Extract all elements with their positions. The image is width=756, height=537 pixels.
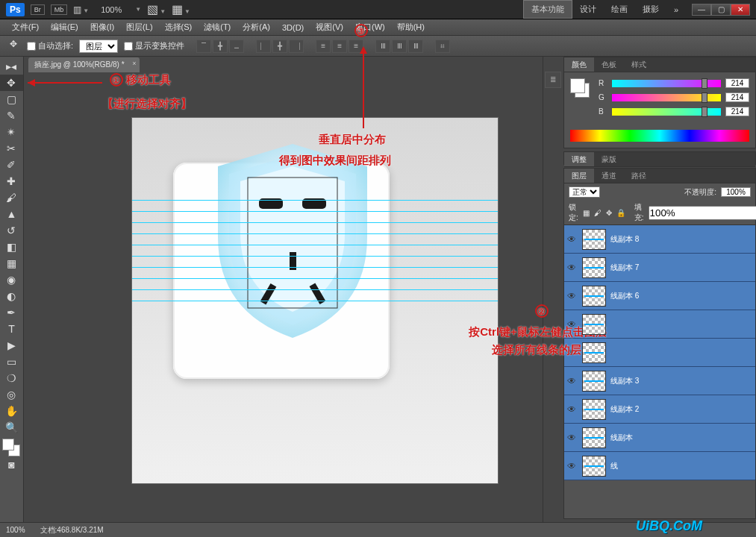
status-zoom[interactable]: 100%: [6, 526, 25, 534]
menu-window[interactable]: 窗口(W): [349, 19, 391, 35]
eye-icon[interactable]: 👁: [567, 234, 578, 245]
stamp-tool[interactable]: ▲: [0, 206, 23, 222]
layer-row[interactable]: 👁线: [564, 452, 755, 480]
dist-bottom-icon[interactable]: ≡: [349, 40, 363, 53]
document-tab[interactable]: 插座.jpg @ 100%(RGB/8) *×: [28, 57, 140, 72]
tab-swatches[interactable]: 色板: [594, 57, 624, 72]
menu-image[interactable]: 图像(I): [84, 19, 120, 35]
ws-tab-photo[interactable]: 摄影: [635, 1, 666, 18]
history-brush-tool[interactable]: ↺: [0, 222, 23, 239]
eye-icon[interactable]: 👁: [567, 404, 578, 415]
auto-select-target[interactable]: 图层: [79, 40, 118, 53]
align-right-icon[interactable]: ⎹: [289, 40, 304, 53]
dist-left-icon[interactable]: Ⅲ: [375, 40, 390, 53]
tab-mask[interactable]: 蒙版: [594, 152, 624, 166]
eye-icon[interactable]: 👁: [567, 433, 578, 443]
close-tab-icon[interactable]: ×: [132, 60, 136, 67]
zoom-percent[interactable]: 100%: [101, 5, 122, 14]
g-slider[interactable]: [612, 94, 721, 101]
hand-icon[interactable]: ▧▼: [147, 2, 166, 16]
lock-paint-icon[interactable]: 🖌: [594, 209, 602, 217]
fill-value[interactable]: [649, 206, 756, 220]
eye-icon[interactable]: 👁: [567, 291, 578, 301]
g-value[interactable]: [725, 92, 749, 102]
align-left-icon[interactable]: ⎸: [256, 40, 271, 53]
eyedropper-tool[interactable]: ✐: [0, 157, 23, 173]
move-tool[interactable]: ✥: [0, 75, 23, 91]
dodge-tool[interactable]: ◐: [0, 288, 23, 304]
document-canvas[interactable]: [132, 118, 498, 483]
type-tool[interactable]: T: [0, 321, 23, 337]
align-hcenter-icon[interactable]: ╋: [272, 40, 287, 53]
maximize-button[interactable]: ▢: [711, 4, 731, 16]
eye-icon[interactable]: 👁: [567, 263, 578, 273]
close-button[interactable]: ✕: [731, 4, 750, 16]
align-vcenter-icon[interactable]: ╋: [213, 40, 228, 53]
layer-row[interactable]: 👁: [564, 310, 755, 339]
color-swatch[interactable]: [2, 439, 20, 456]
layer-row[interactable]: 👁线副本 2: [564, 395, 755, 424]
menu-analysis[interactable]: 分析(A): [237, 19, 276, 35]
align-top-icon[interactable]: ⎺: [196, 40, 211, 53]
layer-row[interactable]: 👁线副本 8: [564, 225, 755, 254]
r-slider[interactable]: [612, 80, 721, 87]
pen-tool[interactable]: ✒: [0, 304, 23, 321]
lock-move-icon[interactable]: ✥: [606, 209, 612, 217]
menu-edit[interactable]: 编辑(E): [45, 19, 84, 35]
menu-layer[interactable]: 图层(L): [120, 19, 158, 35]
layer-row[interactable]: 👁线副本 7: [564, 254, 755, 282]
history-panel-icon[interactable]: ≣: [545, 72, 561, 88]
menu-help[interactable]: 帮助(H): [391, 19, 431, 35]
3d-camera-tool[interactable]: ◎: [0, 386, 23, 403]
menu-3d[interactable]: 3D(D): [276, 21, 310, 34]
blend-mode-select[interactable]: 正常: [569, 186, 600, 198]
dist-right-icon[interactable]: Ⅲ: [408, 40, 423, 53]
tab-color[interactable]: 颜色: [564, 57, 594, 72]
3d-tool[interactable]: ❍: [0, 370, 23, 386]
b-value[interactable]: [725, 107, 749, 116]
opacity-value[interactable]: [721, 187, 751, 197]
lasso-tool[interactable]: ✎: [0, 107, 23, 124]
mb-icon[interactable]: Mb: [51, 4, 68, 15]
crop-tool[interactable]: ✂: [0, 140, 23, 157]
ws-tab-design[interactable]: 设计: [572, 1, 604, 18]
layer-row[interactable]: 👁线副本 3: [564, 367, 755, 395]
color-fgbg-swatch[interactable]: [570, 78, 591, 99]
minimize-button[interactable]: —: [692, 4, 711, 16]
ws-tab-essentials[interactable]: 基本功能: [523, 0, 572, 19]
eye-icon[interactable]: 👁: [567, 319, 578, 330]
tab-channels[interactable]: 通道: [594, 169, 624, 183]
spectrum-ramp[interactable]: [570, 130, 749, 142]
eye-icon[interactable]: 👁: [567, 461, 578, 471]
toolbox-handle[interactable]: ▸◂: [0, 58, 23, 75]
show-transform-checkbox[interactable]: 显示变换控件: [124, 40, 184, 51]
eraser-tool[interactable]: ◧: [0, 239, 23, 255]
layer-row[interactable]: 👁线副本: [564, 424, 755, 452]
lock-trans-icon[interactable]: ▦: [583, 209, 590, 217]
brush-tool[interactable]: 🖌: [0, 189, 23, 206]
dist-top-icon[interactable]: ≡: [316, 40, 331, 53]
lock-all-icon[interactable]: 🔒: [616, 209, 625, 217]
tab-paths[interactable]: 路径: [624, 169, 654, 183]
shape-tool[interactable]: ▭: [0, 354, 23, 370]
eye-icon[interactable]: 👁: [567, 376, 578, 386]
marquee-tool[interactable]: ▢: [0, 91, 23, 107]
tab-styles[interactable]: 样式: [624, 57, 654, 72]
wand-tool[interactable]: ✴: [0, 124, 23, 140]
menu-file[interactable]: 文件(F): [6, 19, 45, 35]
dist-vcenter-icon[interactable]: ≡: [332, 40, 347, 53]
layer-row[interactable]: 👁: [564, 339, 755, 367]
quickmask-tool[interactable]: ◙: [0, 456, 23, 473]
r-value[interactable]: [725, 78, 749, 88]
b-slider[interactable]: [612, 108, 721, 116]
menu-filter[interactable]: 滤镜(T): [198, 19, 237, 35]
arrange-icon[interactable]: ▦▼: [172, 2, 190, 16]
eye-icon[interactable]: 👁: [567, 348, 578, 358]
bridge-icon[interactable]: Br: [31, 4, 45, 15]
ws-tab-more[interactable]: »: [666, 2, 686, 17]
ws-tab-painting[interactable]: 绘画: [604, 1, 635, 18]
auto-select-checkbox[interactable]: 自动选择:: [27, 40, 73, 51]
layer-row[interactable]: 👁线副本 6: [564, 282, 755, 310]
align-bottom-icon[interactable]: ⎽: [229, 40, 244, 53]
dist-hcenter-icon[interactable]: Ⅲ: [392, 40, 407, 53]
